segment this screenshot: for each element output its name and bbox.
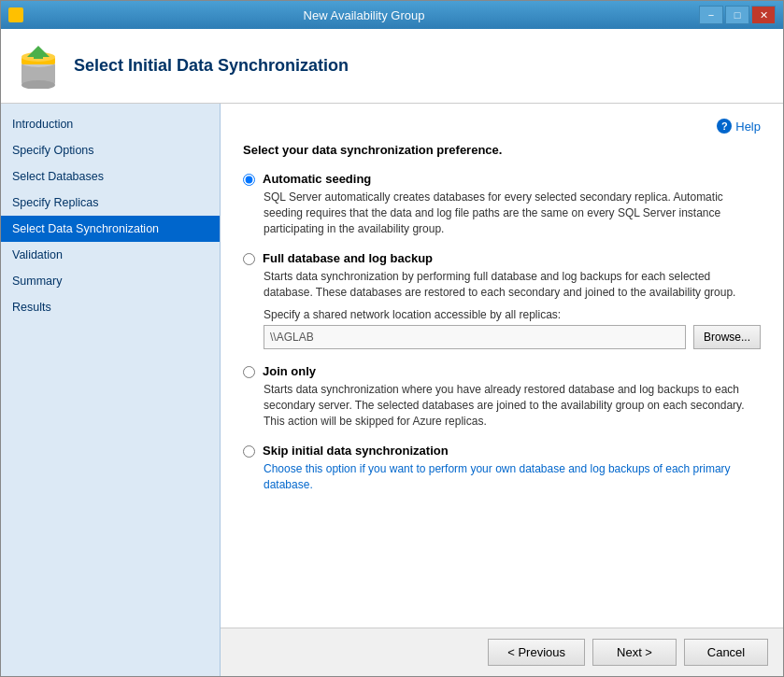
option-row-3: Join only	[243, 364, 761, 378]
desc-full-backup: Starts data synchronization by performin…	[264, 269, 761, 301]
radio-automatic-seeding[interactable]	[243, 174, 255, 186]
title-bar: ⚙ New Availability Group − □ ✕	[1, 1, 783, 29]
sidebar-item-select-data-sync[interactable]: Select Data Synchronization	[1, 216, 220, 242]
window-controls: − □ ✕	[699, 6, 776, 24]
footer: < Previous Next > Cancel	[221, 628, 783, 676]
desc-join-only: Starts data synchronization where you ha…	[264, 382, 761, 429]
sidebar-item-results[interactable]: Results	[1, 294, 220, 320]
help-label: Help	[735, 120, 761, 134]
label-full-backup[interactable]: Full database and log backup	[263, 251, 433, 265]
browse-button[interactable]: Browse...	[693, 325, 761, 349]
sidebar-item-summary[interactable]: Summary	[1, 268, 220, 294]
sidebar-item-specify-options[interactable]: Specify Options	[1, 137, 220, 163]
option-skip-sync: Skip initial data synchronization Choose…	[243, 444, 761, 493]
sidebar-item-specify-replicas[interactable]: Specify Replicas	[1, 190, 220, 216]
header-icon	[16, 44, 61, 89]
radio-join-only[interactable]	[243, 366, 255, 378]
main-area: Introduction Specify Options Select Data…	[1, 104, 783, 676]
sidebar-item-select-databases[interactable]: Select Databases	[1, 163, 220, 190]
sidebar: Introduction Specify Options Select Data…	[1, 104, 221, 676]
maximize-button[interactable]: □	[725, 6, 749, 24]
network-input-row: Browse...	[264, 325, 761, 349]
main-window: ⚙ New Availability Group − □ ✕	[0, 0, 784, 677]
next-button[interactable]: Next >	[592, 639, 677, 666]
minimize-button[interactable]: −	[699, 6, 723, 24]
svg-rect-6	[34, 51, 43, 59]
sync-instruction: Select your data synchronization prefere…	[243, 143, 761, 157]
option-automatic-seeding: Automatic seeding SQL Server automatical…	[243, 172, 761, 236]
label-automatic-seeding[interactable]: Automatic seeding	[263, 172, 371, 186]
content-inner: ? Help Select your data synchronization …	[221, 104, 783, 628]
radio-full-backup[interactable]	[243, 253, 255, 265]
option-full-backup: Full database and log backup Starts data…	[243, 251, 761, 349]
app-icon: ⚙	[8, 7, 23, 22]
page-header: Select Initial Data Synchronization	[1, 29, 783, 104]
content-area: ? Help Select your data synchronization …	[221, 104, 783, 676]
option-row-2: Full database and log backup	[243, 251, 761, 265]
label-skip-sync[interactable]: Skip initial data synchronization	[263, 444, 449, 458]
page-title: Select Initial Data Synchronization	[74, 56, 349, 76]
desc-skip-sync: Choose this option if you want to perfor…	[264, 461, 761, 493]
cancel-button[interactable]: Cancel	[684, 639, 768, 666]
option-row-1: Automatic seeding	[243, 172, 761, 186]
close-button[interactable]: ✕	[751, 6, 776, 24]
sidebar-item-validation[interactable]: Validation	[1, 242, 220, 268]
help-section: ? Help	[243, 119, 761, 134]
previous-button[interactable]: < Previous	[488, 639, 585, 666]
label-join-only[interactable]: Join only	[263, 364, 316, 378]
help-link[interactable]: ? Help	[717, 119, 761, 134]
network-path-input[interactable]	[264, 325, 686, 349]
radio-skip-sync[interactable]	[243, 445, 255, 458]
help-icon: ?	[717, 119, 732, 134]
window-title: New Availability Group	[29, 8, 699, 22]
sidebar-item-introduction[interactable]: Introduction	[1, 111, 220, 137]
network-location-label: Specify a shared network location access…	[264, 308, 761, 321]
option-row-4: Skip initial data synchronization	[243, 444, 761, 458]
option-join-only: Join only Starts data synchronization wh…	[243, 364, 761, 429]
desc-automatic-seeding: SQL Server automatically creates databas…	[264, 190, 761, 236]
